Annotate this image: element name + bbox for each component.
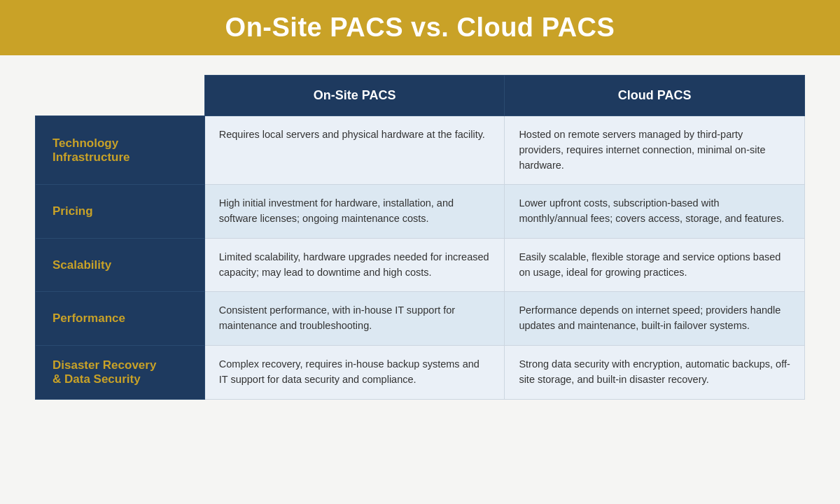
- onsite-column-header: On-Site PACS: [204, 76, 505, 116]
- cloud-column-header: Cloud PACS: [505, 76, 805, 116]
- onsite-cell: Consistent performance, with in-house IT…: [204, 292, 505, 346]
- page-title: On-Site PACS vs. Cloud PACS: [14, 13, 826, 43]
- table-row: ScalabilityLimited scalability, hardware…: [36, 238, 805, 292]
- cloud-cell: Performance depends on internet speed; p…: [505, 292, 805, 346]
- cloud-cell: Lower upfront costs, subscription-based …: [505, 185, 805, 239]
- row-label: Pricing: [36, 185, 205, 239]
- cloud-cell: Strong data security with encryption, au…: [505, 345, 805, 399]
- onsite-cell: Requires local servers and physical hard…: [204, 116, 505, 185]
- cloud-cell: Easily scalable, flexible storage and se…: [505, 238, 805, 292]
- onsite-cell: Limited scalability, hardware upgrades n…: [204, 238, 505, 292]
- cloud-cell: Hosted on remote servers managed by thir…: [505, 116, 805, 185]
- row-label: Technology Infrastructure: [36, 116, 205, 185]
- table-row: Disaster Recovery& Data SecurityComplex …: [36, 345, 805, 399]
- onsite-cell: High initial investment for hardware, in…: [204, 185, 505, 239]
- row-label: Performance: [36, 292, 205, 346]
- row-label: Disaster Recovery& Data Security: [36, 345, 205, 399]
- empty-header: [36, 76, 205, 116]
- page-header: On-Site PACS vs. Cloud PACS: [0, 0, 840, 55]
- table-row: PerformanceConsistent performance, with …: [36, 292, 805, 346]
- comparison-table-container: On-Site PACS Cloud PACS Technology Infra…: [35, 75, 805, 400]
- onsite-cell: Complex recovery, requires in-house back…: [204, 345, 505, 399]
- table-row: PricingHigh initial investment for hardw…: [36, 185, 805, 239]
- row-label: Scalability: [36, 238, 205, 292]
- comparison-table: On-Site PACS Cloud PACS Technology Infra…: [35, 75, 805, 400]
- table-row: Technology InfrastructureRequires local …: [36, 116, 805, 185]
